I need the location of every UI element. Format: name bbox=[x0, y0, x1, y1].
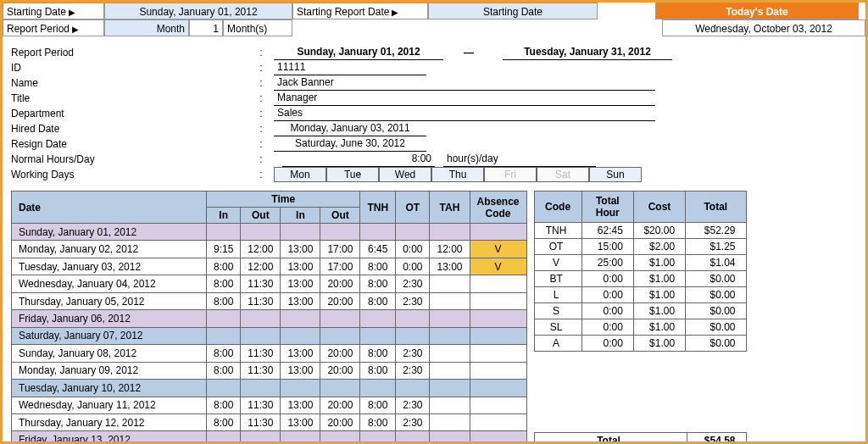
day-tue[interactable]: Tue bbox=[326, 167, 379, 182]
details-block: Report Period : Sunday, January 01, 2012… bbox=[3, 36, 865, 187]
total-cell: $0.00 bbox=[686, 319, 746, 336]
absence-cell[interactable]: V bbox=[470, 241, 526, 258]
total-cell: $52.29 bbox=[686, 223, 746, 239]
table-row: Wednesday, January 11, 20128:0011:3013:0… bbox=[12, 397, 527, 413]
tah-cell: 13:00 bbox=[430, 258, 470, 275]
department-label: Department bbox=[11, 108, 257, 119]
out1-cell[interactable]: 11:30 bbox=[241, 345, 281, 362]
starting-date-value[interactable]: Sunday, January 01, 2012 bbox=[104, 3, 292, 19]
starting-report-date-label[interactable]: Starting Report Date bbox=[292, 3, 428, 19]
code-cell: SL bbox=[534, 319, 581, 336]
in2-cell[interactable]: 13:00 bbox=[281, 241, 320, 258]
in1-cell[interactable]: 9:15 bbox=[207, 241, 241, 258]
ot-cell: 2:30 bbox=[396, 413, 430, 430]
normal-hours-label: Normal Hours/Day bbox=[11, 153, 257, 165]
summary-row: S0:00$1.00$0.00 bbox=[534, 303, 746, 319]
in2-cell[interactable]: 13:00 bbox=[281, 258, 320, 275]
out1-cell[interactable]: 11:30 bbox=[241, 275, 281, 292]
absence-cell[interactable] bbox=[470, 362, 526, 379]
ot-cell: 0:00 bbox=[396, 241, 430, 258]
summary-row: OT15:00$2.00$1.25 bbox=[534, 239, 746, 255]
th-in2: In bbox=[281, 208, 320, 224]
months-unit: Month(s) bbox=[223, 19, 292, 36]
out1-cell[interactable]: 11:30 bbox=[241, 362, 281, 379]
cost-cell: $1.00 bbox=[633, 336, 685, 352]
code-cell: BT bbox=[534, 271, 581, 287]
in1-cell[interactable]: 8:00 bbox=[207, 292, 241, 309]
resign-date-value[interactable]: Saturday, June 30, 2012 bbox=[274, 137, 426, 152]
tnh-cell: 8:00 bbox=[360, 413, 396, 430]
in1-cell[interactable]: 8:00 bbox=[207, 413, 241, 430]
in2-cell[interactable]: 13:00 bbox=[281, 413, 320, 430]
out1-cell[interactable]: 11:30 bbox=[241, 292, 281, 309]
in1-cell[interactable]: 8:00 bbox=[207, 345, 241, 362]
starting-date2-label[interactable]: Starting Date bbox=[428, 3, 598, 19]
summary-row: TNH62:45$20.00$52.29 bbox=[534, 223, 746, 239]
in1-cell[interactable]: 8:00 bbox=[207, 397, 241, 413]
th-date: Date bbox=[12, 191, 207, 224]
code-cell: S bbox=[534, 303, 581, 319]
tnh-cell: 8:00 bbox=[360, 397, 396, 413]
id-label: ID bbox=[11, 62, 257, 74]
in2-cell[interactable]: 13:00 bbox=[281, 397, 320, 413]
hired-date-value[interactable]: Monday, January 03, 2011 bbox=[274, 122, 426, 136]
name-value[interactable]: Jack Banner bbox=[274, 76, 655, 91]
in2-cell[interactable]: 13:00 bbox=[281, 292, 320, 309]
out1-cell[interactable]: 12:00 bbox=[241, 258, 281, 275]
in1-cell[interactable]: 8:00 bbox=[207, 362, 241, 379]
out2-cell[interactable]: 17:00 bbox=[320, 258, 360, 275]
hour-cell: 15:00 bbox=[581, 239, 633, 255]
out1-cell[interactable]: 11:30 bbox=[241, 413, 281, 430]
starting-date-label[interactable]: Starting Date bbox=[3, 3, 104, 19]
day-sat[interactable]: Sat bbox=[537, 167, 589, 182]
absence-cell[interactable]: V bbox=[470, 258, 526, 275]
in2-cell[interactable]: 13:00 bbox=[281, 345, 320, 362]
top-header: Starting Date Sunday, January 01, 2012 S… bbox=[3, 3, 865, 36]
summary-row: V25:00$1.00$1.04 bbox=[534, 255, 746, 271]
tnh-cell: 6:45 bbox=[360, 241, 396, 258]
absence-cell[interactable] bbox=[470, 275, 526, 292]
out2-cell[interactable]: 20:00 bbox=[320, 362, 360, 379]
out2-cell[interactable]: 20:00 bbox=[320, 413, 360, 430]
in1-cell[interactable]: 8:00 bbox=[207, 258, 241, 275]
absence-cell[interactable] bbox=[470, 292, 526, 309]
month-label[interactable]: Month bbox=[104, 19, 189, 36]
day-mon[interactable]: Mon bbox=[274, 167, 326, 182]
out1-cell[interactable]: 12:00 bbox=[241, 241, 281, 258]
out2-cell[interactable]: 17:00 bbox=[320, 241, 360, 258]
ot-cell: 0:00 bbox=[396, 258, 430, 275]
out2-cell[interactable]: 20:00 bbox=[320, 275, 360, 292]
date-cell: Saturday, January 07, 2012 bbox=[12, 327, 207, 344]
in2-cell[interactable]: 13:00 bbox=[281, 275, 320, 292]
day-wed[interactable]: Wed bbox=[379, 167, 431, 182]
day-fri[interactable]: Fri bbox=[484, 167, 537, 182]
hour-cell: 62:45 bbox=[581, 223, 633, 239]
day-thu[interactable]: Thu bbox=[431, 167, 484, 182]
out2-cell[interactable]: 20:00 bbox=[320, 345, 360, 362]
cost-cell: $1.00 bbox=[633, 303, 685, 319]
cost-cell: $1.00 bbox=[633, 271, 685, 287]
hours-value[interactable]: 8:00 bbox=[282, 153, 435, 167]
out1-cell[interactable]: 11:30 bbox=[241, 397, 281, 413]
cost-cell: $20.00 bbox=[633, 223, 685, 239]
out2-cell[interactable]: 20:00 bbox=[320, 397, 360, 413]
th-total-hour: Total Hour bbox=[581, 191, 633, 223]
tah-cell bbox=[430, 413, 470, 430]
absence-cell[interactable] bbox=[470, 413, 526, 430]
month-value[interactable]: 1 bbox=[189, 19, 223, 36]
out2-cell[interactable]: 20:00 bbox=[320, 292, 360, 309]
department-value[interactable]: Sales bbox=[274, 107, 655, 121]
title-value[interactable]: Manager bbox=[274, 92, 655, 106]
grand-total-value: $54.58 bbox=[687, 433, 746, 445]
absence-cell[interactable] bbox=[470, 397, 526, 413]
total-cell: $1.04 bbox=[686, 255, 746, 271]
id-value[interactable]: 11111 bbox=[274, 61, 426, 75]
in2-cell[interactable]: 13:00 bbox=[281, 362, 320, 379]
absence-cell[interactable] bbox=[470, 345, 526, 362]
day-sun[interactable]: Sun bbox=[589, 167, 642, 182]
ot-cell: 2:30 bbox=[396, 292, 430, 309]
report-period-start: Sunday, January 01, 2012 bbox=[274, 46, 443, 60]
in1-cell[interactable]: 8:00 bbox=[207, 275, 241, 292]
ot-cell: 2:30 bbox=[396, 397, 430, 413]
report-period-label[interactable]: Report Period bbox=[3, 19, 104, 36]
